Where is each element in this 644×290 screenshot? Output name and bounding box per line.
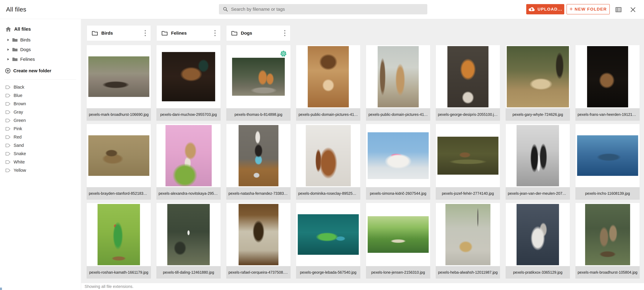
folder-card-name: Dogs <box>241 31 252 36</box>
sidebar-tag-pink[interactable]: Pink <box>0 124 81 133</box>
file-card[interactable]: pexels-gary-whyte-724626.jpg <box>506 45 570 121</box>
tag-icon <box>6 160 10 164</box>
page-title: All files <box>6 0 26 19</box>
folder-card-felines[interactable]: Felines <box>156 25 220 41</box>
sidebar-tag-red[interactable]: Red <box>0 133 81 141</box>
image-thumbnail <box>446 204 490 265</box>
file-card[interactable]: pexels-till-daling-12461880.jpg <box>156 203 220 278</box>
file-name-label: pexels-inchs-11608139.jpg <box>576 187 640 200</box>
sidebar-tag-black[interactable]: Black <box>0 83 81 91</box>
file-card[interactable]: pexels-lone-jensen-2156310.jpg <box>366 203 430 278</box>
sidebar-tag-snake[interactable]: Snake <box>0 150 81 158</box>
sidebar-tag-green[interactable]: Green <box>0 116 81 124</box>
tag-list: Black Blue Brown Gray Green Pink Red <box>0 83 81 175</box>
image-thumbnail <box>238 204 278 265</box>
folder-card-name: Birds <box>101 31 113 36</box>
sidebar-item-felines[interactable]: Felines <box>0 54 81 64</box>
folder-icon <box>12 38 18 42</box>
sidebar-tag-white[interactable]: White <box>0 158 81 166</box>
new-folder-button-label: NEW FOLDER <box>574 7 607 12</box>
tag-icon <box>6 127 10 131</box>
file-card[interactable]: pexels-alexandra-novitskaya-2951… <box>156 124 220 200</box>
file-card[interactable]: pexels-dominika-roseclay-895259.… <box>296 124 360 200</box>
file-card[interactable]: pexels-frans-van-heerden-191217… <box>576 45 640 121</box>
folder-card-dogs[interactable]: Dogs <box>226 25 290 41</box>
status-text: Showing all file extensions. <box>84 284 134 289</box>
new-folder-button[interactable]: + NEW FOLDER <box>566 4 610 14</box>
image-thumbnail <box>162 52 215 101</box>
file-card[interactable]: pexels-inchs-11608139.jpg <box>576 124 640 200</box>
sidebar-tag-sand[interactable]: Sand <box>0 141 81 150</box>
list-view-button[interactable] <box>615 6 622 13</box>
file-card[interactable]: pexels-public-domain-pictures-41… <box>296 45 360 121</box>
search-input[interactable] <box>231 7 427 12</box>
header: All files UPLOAD... + NEW FOLDER <box>0 0 644 19</box>
thumbnail-area <box>226 203 290 266</box>
file-name-label: pexels-heba-alwahsh-12011987.jpg <box>436 266 500 278</box>
file-name-label: pexels-pratikxox-3365129.jpg <box>506 266 570 278</box>
search-icon <box>223 7 228 12</box>
file-card[interactable]: pexels-roshan-kamath-1661179.jpg <box>87 203 151 278</box>
create-new-folder-label: Create new folder <box>13 68 51 73</box>
file-card[interactable]: pexels-george-desipris-2055100.jpg <box>436 45 500 121</box>
thumbnail-area <box>87 203 151 266</box>
tag-icon <box>6 143 10 148</box>
folder-card-birds[interactable]: Birds <box>87 25 151 41</box>
tag-icon <box>6 169 10 172</box>
scroll-grip[interactable] <box>0 287 2 290</box>
sidebar-tag-brown[interactable]: Brown <box>0 100 81 108</box>
sidebar-item-birds[interactable]: Birds <box>0 35 81 45</box>
file-card[interactable]: pexels-mark-broadhurst-106690.jpg <box>87 45 151 121</box>
thumbnail-area <box>87 124 151 187</box>
sidebar-tag-label: Green <box>14 118 26 123</box>
file-name-label: pexels-lone-jensen-2156310.jpg <box>366 266 430 278</box>
file-card[interactable]: pexels-jean-van-der-meulen-2078… <box>506 124 570 200</box>
kebab-menu-icon[interactable] <box>214 29 216 37</box>
file-card[interactable]: pexels-george-lebada-567540.jpg <box>296 203 360 278</box>
file-card[interactable]: pexels-rafael-cerqueira-4737508.jpg <box>226 203 290 278</box>
file-card[interactable]: pexels-heba-alwahsh-12011987.jpg <box>436 203 500 278</box>
image-thumbnail <box>585 204 630 265</box>
sidebar-item-all-files[interactable]: All files <box>0 24 81 34</box>
sidebar-tag-label: Snake <box>14 151 26 156</box>
file-name-label: pexels-frans-van-heerden-191217… <box>576 108 640 121</box>
caret-right-icon[interactable] <box>7 48 11 51</box>
caret-right-icon[interactable] <box>7 58 11 61</box>
file-name-label: pexels-george-desipris-2055100.jpg <box>436 108 500 121</box>
file-card[interactable]: pexels-pratikxox-3365129.jpg <box>506 203 570 278</box>
sidebar-tag-gray[interactable]: Gray <box>0 108 81 116</box>
file-card[interactable]: pexels-simona-kidrič-2607544.jpg <box>366 124 430 200</box>
close-button[interactable] <box>629 6 636 13</box>
tag-icon <box>6 152 10 156</box>
file-card[interactable]: pexels-jozef-fehér-2774140.jpg <box>436 124 500 200</box>
upload-button-label: UPLOAD... <box>538 7 562 12</box>
file-card[interactable]: pexels-dani-muchow-2955703.jpg <box>156 45 220 121</box>
file-card[interactable]: pexels-brayden-stanford-8521834.… <box>87 124 151 200</box>
caret-right-icon[interactable] <box>7 38 11 41</box>
image-thumbnail <box>368 132 429 179</box>
sidebar-tag-blue[interactable]: Blue <box>0 91 81 100</box>
sidebar-tag-label: Brown <box>14 101 26 106</box>
upload-button[interactable]: UPLOAD... <box>526 4 564 14</box>
thumbnail-area <box>87 45 151 108</box>
image-thumbnail <box>88 135 149 176</box>
kebab-menu-icon[interactable] <box>283 29 286 37</box>
file-card[interactable]: pexels-mark-broadhurst-105804.jpg <box>576 203 640 278</box>
file-card[interactable]: pexels-natasha-fernandez-733835… <box>226 124 290 200</box>
search-bar[interactable] <box>219 4 427 14</box>
file-name-label: pexels-rafael-cerqueira-4737508.jpg <box>226 266 290 278</box>
create-new-folder-button[interactable]: Create new folder <box>0 66 81 76</box>
tag-icon <box>6 85 10 89</box>
thumbnail-area <box>226 45 290 108</box>
sidebar-tag-label: Pink <box>14 126 22 131</box>
sidebar-tag-label: Gray <box>14 110 23 115</box>
sidebar-item-dogs[interactable]: Dogs <box>0 45 81 54</box>
sidebar-tag-label: White <box>14 160 25 165</box>
tag-icon <box>6 135 10 139</box>
kebab-menu-icon[interactable] <box>144 29 147 37</box>
tag-icon <box>6 110 10 114</box>
file-card[interactable]: pexels-public-domain-pictures-41… <box>366 45 430 121</box>
sidebar-tag-label: Red <box>14 134 22 139</box>
sidebar-tag-yellow[interactable]: Yellow <box>0 166 81 175</box>
file-card[interactable]: pexels-thomas-b-814898.jpg <box>226 45 290 121</box>
